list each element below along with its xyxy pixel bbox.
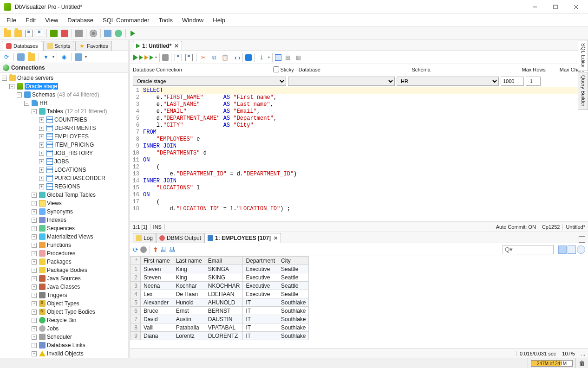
open-folder-blue-button[interactable] xyxy=(13,29,23,38)
expander[interactable]: + xyxy=(32,226,37,231)
expander[interactable]: + xyxy=(32,326,37,331)
cell[interactable]: David xyxy=(141,315,173,323)
cell[interactable]: Hunold xyxy=(173,298,205,307)
tree-node-object-types[interactable]: +Object Types xyxy=(0,299,128,308)
cell[interactable]: Austin xyxy=(173,315,205,323)
memory-indicator[interactable]: 247M of 341M xyxy=(528,358,575,368)
result-stop-button[interactable] xyxy=(140,246,147,253)
tree-node-recycle-bin[interactable]: +Recycle Bin xyxy=(0,316,128,324)
cell[interactable]: Pataballa xyxy=(173,323,205,332)
new-folder-button[interactable] xyxy=(27,52,36,62)
cell[interactable]: Seattle xyxy=(278,265,309,273)
tree-node-job-history[interactable]: +JOB_HISTORY xyxy=(0,149,128,157)
open-folder-button[interactable] xyxy=(3,29,12,38)
result-tab-log[interactable]: Log xyxy=(133,233,156,243)
expander[interactable]: + xyxy=(32,276,37,281)
expander[interactable]: + xyxy=(32,301,37,306)
autocommit-toggle[interactable] xyxy=(275,54,281,61)
menu-view[interactable]: View xyxy=(40,15,63,26)
print-button[interactable]: 🖶 xyxy=(160,246,167,253)
commit-button[interactable]: ▦ xyxy=(283,53,292,62)
tools-button[interactable] xyxy=(89,29,98,38)
refresh-button[interactable] xyxy=(114,29,123,38)
print-preview-button[interactable]: 🖶 xyxy=(169,246,175,253)
expander[interactable]: + xyxy=(32,310,37,315)
tree-node-packages[interactable]: +Packages xyxy=(0,258,128,266)
result-refresh-button[interactable]: ⟳ xyxy=(133,246,138,253)
tree-node-views[interactable]: +Views xyxy=(0,199,128,207)
cell[interactable]: IT xyxy=(243,323,278,332)
execute-explain-button[interactable] xyxy=(150,55,153,60)
cell[interactable]: IT xyxy=(243,315,278,323)
tree-node-schemas[interactable]: −Schemas(43 of 44 filtered) xyxy=(0,90,128,99)
cell[interactable]: Ernst xyxy=(173,307,205,315)
menu-database[interactable]: Database xyxy=(63,15,98,26)
expander[interactable]: + xyxy=(39,159,44,164)
maxchars-input[interactable] xyxy=(526,77,541,86)
expander[interactable]: + xyxy=(32,209,37,214)
tree-node-jobs[interactable]: +Jobs xyxy=(0,324,128,333)
expander[interactable]: + xyxy=(32,251,37,256)
result-search-input[interactable] xyxy=(503,245,554,254)
grid-view-button[interactable] xyxy=(558,245,567,254)
menu-file[interactable]: File xyxy=(2,15,21,26)
side-tab-query-builder[interactable]: Query Builder xyxy=(578,72,588,110)
table-row[interactable]: 3NeenaKochharNKOCHHARExecutiveSeattle xyxy=(131,282,309,290)
expander[interactable]: + xyxy=(39,151,44,156)
tree-node-global-temp-tables[interactable]: +Global Temp Tables xyxy=(0,191,128,199)
cell[interactable]: Steven xyxy=(141,273,173,282)
save-sql-as-button[interactable] xyxy=(184,53,194,62)
tree-node-regions[interactable]: +REGIONS xyxy=(0,182,128,191)
database-select[interactable] xyxy=(288,77,395,86)
maximize-results-button[interactable] xyxy=(579,236,585,243)
cell[interactable]: De Haan xyxy=(173,290,205,298)
nav-tab-scripts[interactable]: Scripts xyxy=(43,41,75,51)
table-row[interactable]: 8ValliPataballaVPATABALITSouthlake xyxy=(131,323,309,332)
expander[interactable]: + xyxy=(39,142,44,148)
menu-window[interactable]: Window xyxy=(177,15,208,26)
cell[interactable]: Kochhar xyxy=(173,282,205,290)
table-row[interactable]: 7DavidAustinDAUSTINITSouthlake xyxy=(131,315,309,323)
cut-button[interactable]: ✂ xyxy=(199,53,208,62)
globe-button[interactable]: ◉ xyxy=(59,52,69,62)
export-up-button[interactable]: ⬆ xyxy=(153,246,158,253)
table-row[interactable]: 4LexDe HaanLDEHAANExecutiveSeattle xyxy=(131,290,309,298)
cell[interactable]: Neena xyxy=(141,282,173,290)
expander[interactable]: + xyxy=(39,184,44,189)
maxrows-input[interactable] xyxy=(501,77,524,86)
cell[interactable]: Executive xyxy=(243,273,278,282)
cell[interactable]: IT xyxy=(243,332,278,340)
stop-button[interactable] xyxy=(74,29,84,38)
tree-node-package-bodies[interactable]: +Package Bodies xyxy=(0,266,128,274)
schema-select[interactable]: HR xyxy=(397,77,499,86)
expander[interactable]: + xyxy=(32,343,37,348)
tree-node-object-type-bodies[interactable]: +Object Type Bodies xyxy=(0,308,128,316)
execute-current-button[interactable] xyxy=(139,55,143,60)
editor-tab-untitled[interactable]: 1: Untitled* ✕ xyxy=(133,41,182,51)
cell[interactable]: Lex xyxy=(141,290,173,298)
tree-node-hr[interactable]: −HR xyxy=(0,99,128,107)
tree-node-sequences[interactable]: +Sequences xyxy=(0,224,128,232)
cell[interactable]: DAUSTIN xyxy=(205,315,243,323)
col-department[interactable]: Department xyxy=(243,257,278,265)
tree-node-tables[interactable]: −Tables(12 of 21 filtered) xyxy=(0,107,128,116)
table-row[interactable]: 1StevenKingSKINGAExecutiveSeattle xyxy=(131,265,309,273)
table-row[interactable]: 9DianaLorentzDLORENTZITSouthlake xyxy=(131,332,309,340)
expander[interactable]: − xyxy=(17,92,22,97)
tree-node-functions[interactable]: +Functions xyxy=(0,241,128,249)
cell[interactable]: Executive xyxy=(243,290,278,298)
tree-node-triggers[interactable]: +Triggers xyxy=(0,291,128,299)
expander[interactable]: + xyxy=(32,234,37,239)
close-result-tab[interactable]: ✕ xyxy=(274,235,278,241)
tree-node-purchaseorder[interactable]: +PURCHASEORDER xyxy=(0,174,128,182)
tree-node-scheduler[interactable]: +Scheduler xyxy=(0,333,128,341)
gc-button[interactable]: 🗑 xyxy=(575,358,588,368)
refresh-tree-button[interactable]: ⟳ xyxy=(2,52,11,62)
text-view-button[interactable] xyxy=(568,245,576,254)
cell[interactable]: Southlake xyxy=(278,307,309,315)
cell[interactable]: Seattle xyxy=(278,282,309,290)
table-row[interactable]: 5AlexanderHunoldAHUNOLDITSouthlake xyxy=(131,298,309,307)
grid-button[interactable] xyxy=(103,29,112,38)
cell[interactable]: IT xyxy=(243,307,278,315)
menu-help[interactable]: Help xyxy=(208,15,230,26)
